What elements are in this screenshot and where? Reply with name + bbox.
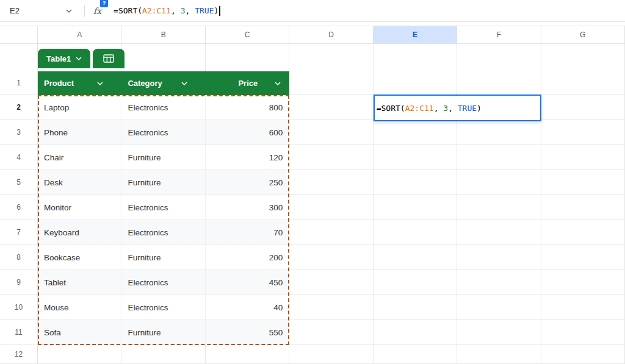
grid-cell[interactable] xyxy=(289,270,373,295)
grid-cell[interactable] xyxy=(374,145,457,170)
grid-cell[interactable] xyxy=(541,44,625,71)
grid-cell[interactable] xyxy=(457,295,541,320)
fx-icon[interactable]: fx ? xyxy=(93,6,101,16)
grid-cell[interactable] xyxy=(541,295,625,320)
grid-cell[interactable] xyxy=(457,245,541,270)
grid-cell[interactable] xyxy=(121,345,205,364)
grid-cell[interactable] xyxy=(289,145,373,170)
grid-cell[interactable] xyxy=(541,71,625,95)
cell-category[interactable]: Furniture xyxy=(121,320,205,344)
row-header-10[interactable]: 10 xyxy=(0,295,38,320)
row-header-12[interactable]: 12 xyxy=(0,345,38,364)
cell-product[interactable]: Laptop xyxy=(38,95,121,120)
row-header-8[interactable]: 8 xyxy=(0,245,38,270)
cell-category[interactable]: Furniture xyxy=(121,245,205,269)
column-header-c[interactable]: C xyxy=(206,26,289,43)
column-header-e-selected[interactable]: E xyxy=(374,26,457,43)
table-name-chip[interactable]: Table1 xyxy=(38,49,90,68)
grid-cell[interactable] xyxy=(289,320,373,345)
cell-category[interactable]: Electronics xyxy=(121,195,205,219)
cell-category[interactable]: Electronics xyxy=(121,95,205,120)
grid-cell[interactable] xyxy=(457,170,541,195)
grid-cell[interactable] xyxy=(374,320,457,345)
grid-cell[interactable] xyxy=(289,245,373,270)
row-header-6[interactable]: 6 xyxy=(0,195,38,220)
grid-cell[interactable] xyxy=(457,44,541,71)
cell-editor-e2[interactable]: =SORT(A2:C11, 3, TRUE) xyxy=(374,95,541,121)
grid-cell[interactable] xyxy=(289,195,373,220)
grid-cell[interactable] xyxy=(289,295,373,320)
grid-cell[interactable] xyxy=(374,220,457,245)
grid-cell[interactable] xyxy=(457,320,541,345)
grid-cell[interactable] xyxy=(374,345,457,364)
grid-cell[interactable] xyxy=(206,345,289,364)
grid-cell[interactable] xyxy=(541,345,625,364)
cell-price[interactable]: 300 xyxy=(206,195,289,219)
name-box[interactable]: E2 xyxy=(10,6,72,15)
grid-cell[interactable] xyxy=(457,71,541,95)
grid-cell[interactable] xyxy=(289,170,373,195)
column-dropdown-icon[interactable] xyxy=(275,82,281,85)
grid-cell[interactable] xyxy=(289,345,373,364)
grid-cell[interactable] xyxy=(289,220,373,245)
row-header-7[interactable]: 7 xyxy=(0,220,38,245)
grid-cell[interactable] xyxy=(457,345,541,364)
cell-price[interactable]: 600 xyxy=(206,120,289,145)
cell-category[interactable]: Furniture xyxy=(121,170,205,194)
cell-category[interactable]: Electronics xyxy=(121,220,205,244)
grid-cell[interactable] xyxy=(374,44,457,71)
cell-product[interactable]: Desk xyxy=(38,170,121,194)
table-header-category[interactable]: Category xyxy=(121,71,205,95)
grid-cell[interactable] xyxy=(374,295,457,320)
grid-cell[interactable] xyxy=(541,270,625,295)
row-header-4[interactable]: 4 xyxy=(0,145,38,170)
name-box-dropdown-icon[interactable] xyxy=(66,9,72,13)
grid-cell[interactable] xyxy=(374,120,457,145)
grid-cell[interactable] xyxy=(457,195,541,220)
row-header-11[interactable]: 11 xyxy=(0,320,38,345)
grid-cell[interactable] xyxy=(541,145,625,170)
grid-cell[interactable] xyxy=(541,170,625,195)
cell-product[interactable]: Phone xyxy=(38,120,121,145)
cell-price[interactable]: 200 xyxy=(206,245,289,269)
cell-price[interactable]: 120 xyxy=(206,145,289,170)
grid-cell[interactable] xyxy=(541,245,625,270)
cell-price[interactable]: 250 xyxy=(206,170,289,194)
grid-cell[interactable] xyxy=(374,170,457,195)
cell-product[interactable]: Bookcase xyxy=(38,245,121,269)
grid-cell[interactable] xyxy=(374,195,457,220)
table-header-price[interactable]: Price xyxy=(206,71,289,95)
cell-price[interactable]: 70 xyxy=(206,220,289,244)
row-header-2-selected[interactable]: 2 xyxy=(0,95,38,120)
cell-price[interactable]: 800 xyxy=(206,95,289,120)
column-header-g[interactable]: G xyxy=(541,26,625,43)
grid-cell[interactable] xyxy=(541,120,625,145)
cell-category[interactable]: Electronics xyxy=(121,295,205,319)
row-header-9[interactable]: 9 xyxy=(0,270,38,295)
cell-product[interactable]: Tablet xyxy=(38,270,121,294)
formula-input[interactable]: =SORT(A2:C11, 3, TRUE) xyxy=(114,6,220,16)
grid-cell[interactable] xyxy=(289,71,373,95)
column-header-f[interactable]: F xyxy=(457,26,541,43)
table-name-dropdown-icon[interactable] xyxy=(76,57,82,60)
formula-help-badge[interactable]: ? xyxy=(100,0,108,7)
cell-category[interactable]: Electronics xyxy=(121,120,205,145)
cell-product[interactable]: Chair xyxy=(38,145,121,170)
grid-cell[interactable] xyxy=(374,245,457,270)
cell-product[interactable]: Monitor xyxy=(38,195,121,219)
cell-category[interactable]: Furniture xyxy=(121,145,205,170)
cell-product[interactable]: Mouse xyxy=(38,295,121,319)
grid-cell[interactable] xyxy=(374,270,457,295)
row-header-5[interactable]: 5 xyxy=(0,170,38,195)
table-header-product[interactable]: Product xyxy=(38,71,121,95)
column-header-a[interactable]: A xyxy=(38,26,121,43)
cell-price[interactable]: 40 xyxy=(206,295,289,319)
cell-product[interactable]: Keyboard xyxy=(38,220,121,244)
cell-price[interactable]: 450 xyxy=(206,270,289,294)
grid-cell[interactable] xyxy=(289,44,373,71)
row-header-3[interactable]: 3 xyxy=(0,120,38,145)
cell-product[interactable]: Sofa xyxy=(38,320,121,344)
grid-cell[interactable] xyxy=(289,120,373,145)
grid-cell[interactable] xyxy=(289,95,373,120)
column-dropdown-icon[interactable] xyxy=(97,82,103,85)
